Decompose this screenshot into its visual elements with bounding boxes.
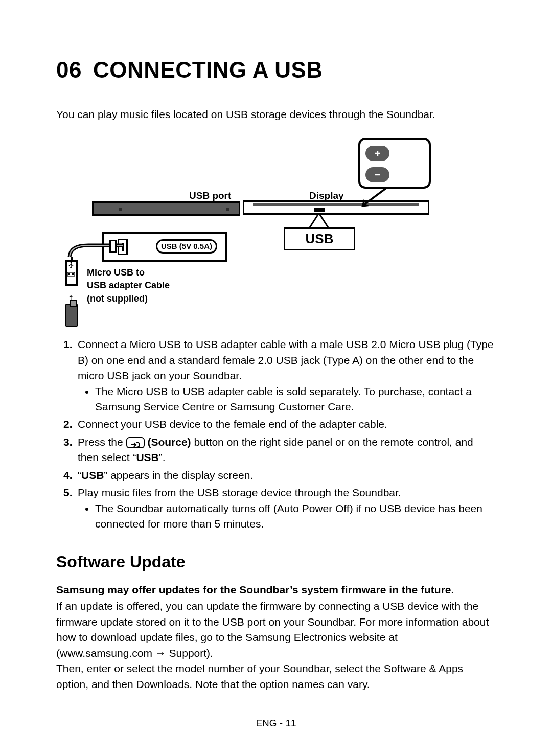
adapter-label-line2: USB adapter Cable bbox=[87, 279, 170, 292]
usb-spec-label: USB (5V 0.5A) bbox=[156, 239, 217, 254]
step-5-text: Play music files from the USB storage de… bbox=[78, 487, 401, 498]
adapter-label-line3: (not supplied) bbox=[87, 292, 170, 305]
step-1: Connect a Micro USB to USB adapter cable… bbox=[63, 337, 496, 415]
step-3: Press the (Source) button on the right s… bbox=[63, 434, 496, 466]
pointer-arrow-icon bbox=[359, 185, 389, 208]
connection-diagram: USB port USB (5V 0.5A) ↑ Micro USB to US… bbox=[56, 138, 496, 327]
usb-port-label: USB port bbox=[189, 189, 231, 203]
page-footer: ENG - 11 bbox=[0, 716, 552, 730]
soundbar-display-icon bbox=[314, 208, 325, 212]
chapter-number: 06 bbox=[56, 54, 82, 86]
usb-flash-drive-icon bbox=[65, 304, 78, 327]
svg-rect-2 bbox=[68, 273, 70, 275]
micro-usb-plug-icon bbox=[109, 240, 117, 253]
step-3-source-label: (Source) bbox=[147, 436, 191, 448]
soundbar-grille-icon bbox=[253, 203, 419, 206]
adapter-label-line1: Micro USB to bbox=[87, 266, 170, 279]
step-3-end: ”. bbox=[159, 451, 166, 463]
step-2: Connect your USB device to the female en… bbox=[63, 417, 496, 432]
step-3-usb: USB bbox=[136, 451, 158, 463]
intro-paragraph: You can play music files located on USB … bbox=[56, 107, 496, 122]
power-button-icon bbox=[413, 170, 421, 177]
volume-down-button-icon bbox=[365, 167, 389, 182]
software-update-p1: If an update is offered, you can update … bbox=[56, 599, 496, 661]
source-button-icon bbox=[411, 149, 419, 156]
chapter-title-text: CONNECTING A USB bbox=[93, 54, 323, 86]
adapter-cable-label: Micro USB to USB adapter Cable (not supp… bbox=[87, 266, 170, 305]
svg-rect-3 bbox=[72, 273, 74, 275]
step-3-pre: Press the bbox=[78, 436, 126, 448]
step-1-note: The Micro USB to USB adapter cable is so… bbox=[95, 384, 496, 415]
volume-up-button-icon bbox=[365, 146, 389, 161]
step-1-text: Connect a Micro USB to USB adapter cable… bbox=[78, 338, 494, 381]
chapter-heading: 06 CONNECTING A USB bbox=[56, 54, 496, 86]
step-5: Play music files from the USB storage de… bbox=[63, 485, 496, 532]
side-control-panel bbox=[358, 138, 431, 189]
soundbar-underside-panel bbox=[92, 201, 240, 216]
step-4-pre: “ bbox=[78, 469, 81, 481]
source-icon bbox=[126, 437, 145, 448]
step-4-usb: USB bbox=[81, 469, 104, 481]
step-4: “USB” appears in the display screen. bbox=[63, 468, 496, 483]
instruction-list: Connect a Micro USB to USB adapter cable… bbox=[63, 337, 496, 532]
usb-symbol-icon bbox=[67, 262, 75, 271]
svg-point-0 bbox=[71, 262, 72, 263]
callout-lines-icon bbox=[309, 213, 329, 228]
software-update-body: If an update is offered, you can update … bbox=[56, 599, 496, 692]
step-5-note: The Soundbar automatically turns off (Au… bbox=[95, 501, 496, 532]
software-update-heading: Software Update bbox=[56, 550, 496, 574]
display-callout: USB bbox=[284, 227, 355, 250]
usb-port-face-icon bbox=[67, 272, 75, 279]
software-update-lead: Samsung may offer updates for the Soundb… bbox=[56, 582, 496, 598]
step-4-post: ” appears in the display screen. bbox=[104, 469, 253, 481]
software-update-p2: Then, enter or select the model number o… bbox=[56, 661, 496, 692]
